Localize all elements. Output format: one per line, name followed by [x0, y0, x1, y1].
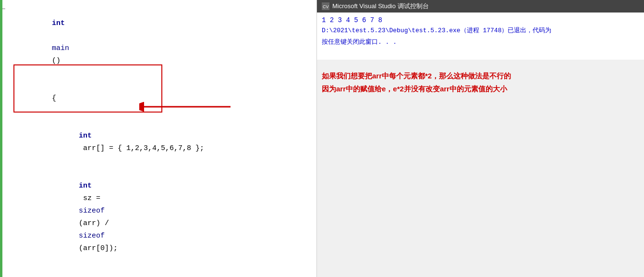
code-line-2: { — [8, 80, 316, 117]
code-panel: − int main () { int arr[] = { 1 — [0, 0, 317, 277]
svg-text:CV: CV — [323, 4, 329, 9]
console-output-path: D:\2021\test.5.23\Debug\test.5.23.exe（进程… — [322, 26, 639, 36]
console-panel: CV Microsoft Visual Studio 调试控制台 1 2 3 4… — [317, 0, 644, 277]
code-line-4: int sz = sizeof (arr) / sizeof (arr[0]); — [8, 167, 316, 267]
code-line-3: int arr[] = { 1,2,3,4,5,6,7,8 }; — [8, 117, 316, 167]
code-line-1: int main () — [8, 5, 316, 80]
console-titlebar: CV Microsoft Visual Studio 调试控制台 — [317, 0, 644, 13]
console-output-press: 按任意键关闭此窗口. . . — [322, 38, 639, 46]
annotation-line-1: 如果我们想要把arr中每个元素都*2，那么这种做法是不行的 — [322, 69, 639, 82]
annotation-line-2: 因为arr中的赋值给e，e*2并没有改变arr中的元素值的大小 — [322, 82, 639, 95]
console-output-numbers: 1 2 3 4 5 6 7 8 — [322, 16, 639, 24]
console-body: 1 2 3 4 5 6 7 8 D:\2021\test.5.23\Debug\… — [317, 13, 644, 60]
kw-int: int — [52, 19, 65, 27]
code-line-5 — [8, 267, 316, 277]
console-icon: CV — [322, 2, 329, 10]
annotation-text: 如果我们想要把arr中每个元素都*2，那么这种做法是不行的 因为arr中的赋值给… — [317, 69, 644, 95]
console-title-text: Microsoft Visual Studio 调试控制台 — [332, 2, 429, 11]
